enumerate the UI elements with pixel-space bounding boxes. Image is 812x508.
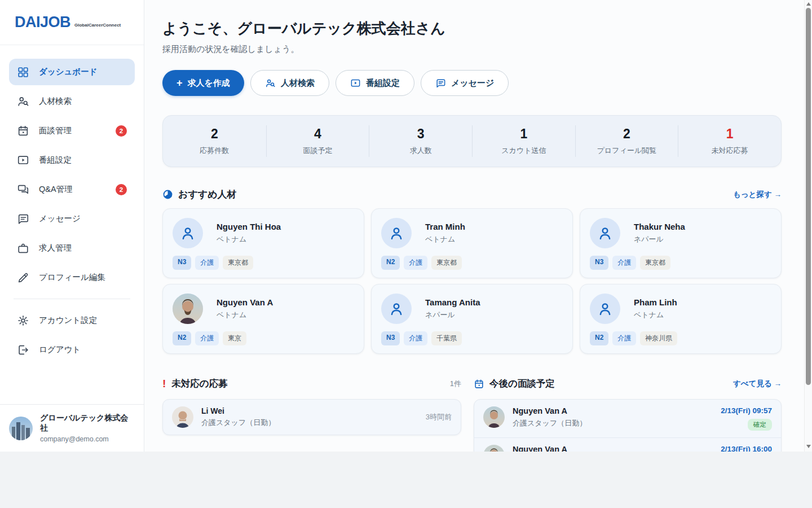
target-icon	[162, 189, 173, 200]
sidebar-item-profile-edit[interactable]: プロフィール編集	[9, 264, 135, 291]
sidebar-menu: ダッシュボード 人材検索 面談管理 2 番組設定 Q&A管理 2	[0, 45, 144, 366]
stat-unanswered-applications: 1 未対応応募	[678, 125, 781, 157]
job-field-tag: 介護	[404, 256, 427, 270]
video-play-icon	[17, 154, 29, 167]
city-photo-avatar	[9, 417, 33, 440]
applicant-role: 介護スタッフ（日勤）	[201, 418, 275, 428]
chat-bubbles-icon	[17, 183, 29, 196]
talent-card[interactable]: Nguyen Thi Hoa ベトナム N3 介護 東京都	[162, 208, 364, 278]
notification-badge: 2	[116, 184, 127, 195]
talent-search-button[interactable]: 人材検索	[250, 70, 329, 96]
talent-card[interactable]: Tran Minh ベトナム N2 介護 東京都	[371, 208, 573, 278]
sidebar-item-label: メッセージ	[39, 213, 81, 224]
page-title: ようこそ、グローバルテック株式会社さん	[162, 19, 782, 38]
quick-actions: + 求人を作成 人材検索 番組設定 メッセージ	[162, 70, 782, 96]
person-placeholder-avatar	[173, 218, 203, 248]
location-tag: 東京都	[431, 256, 462, 270]
talent-card[interactable]: Tamang Anita ネパール N3 介護 千葉県	[371, 284, 573, 354]
talent-name: Nguyen Van A	[217, 297, 273, 307]
company-avatar	[9, 417, 33, 440]
person-search-icon	[265, 78, 276, 89]
stat-applications: 2 応募件数	[163, 125, 266, 157]
talent-name: Tran Minh	[425, 222, 465, 231]
talent-card[interactable]: Pham Linh ベトナム N2 介護 神奈川県	[580, 284, 782, 354]
person-placeholder-avatar	[590, 218, 620, 248]
brand-logo: DAIJOB GlobalCareerConnect	[0, 0, 144, 45]
messages-button[interactable]: メッセージ	[421, 70, 509, 96]
sidebar-item-dashboard[interactable]: ダッシュボード	[9, 59, 135, 85]
person-placeholder-avatar	[590, 294, 620, 324]
sidebar-item-account-settings[interactable]: アカウント設定	[9, 307, 135, 334]
job-field-tag: 介護	[612, 331, 636, 345]
letterbox-area	[0, 452, 812, 508]
jlpt-level-tag: N2	[590, 331, 608, 345]
sidebar-item-qa-management[interactable]: Q&A管理 2	[9, 176, 135, 203]
job-field-tag: 介護	[612, 256, 636, 270]
candidate-name: Nguyen Van A	[513, 406, 586, 415]
upcoming-interviews-section: 今後の面談予定 すべて見る →	[474, 378, 782, 452]
stat-scouts-sent: 1 スカウト送信	[472, 125, 575, 157]
sidebar-item-messages[interactable]: メッセージ	[9, 205, 135, 232]
sidebar-item-label: プロフィール編集	[39, 272, 105, 283]
location-tag: 東京都	[223, 256, 253, 270]
interview-row[interactable]: Nguyen Van A 介護スタッフ（日勤） 2/13(Fri) 09:57 …	[474, 400, 781, 437]
location-tag: 東京	[223, 331, 246, 345]
interviews-panel: Nguyen Van A 介護スタッフ（日勤） 2/13(Fri) 09:57 …	[474, 399, 782, 452]
sidebar-item-label: アカウント設定	[39, 315, 97, 326]
interview-row[interactable]: Nguyen Van A 一般面談 2/13(Fri) 16:00 調整中	[474, 437, 781, 452]
talent-photo-avatar	[173, 294, 203, 324]
sidebar-item-program-settings[interactable]: 番組設定	[9, 147, 135, 173]
scroll-down-arrow[interactable]	[806, 445, 811, 448]
sidebar-item-label: 人材検索	[39, 96, 72, 107]
stats-bar: 2 応募件数 4 面談予定 3 求人数 1 スカウト送信 2 プロフィール閲覧 …	[162, 115, 782, 167]
person-placeholder-avatar	[381, 218, 412, 248]
see-all-link[interactable]: すべて見る →	[733, 379, 782, 389]
sidebar-item-interview-management[interactable]: 面談管理 2	[9, 117, 135, 144]
main-content: ようこそ、グローバルテック株式会社さん 採用活動の状況を確認しましょう。 + 求…	[144, 0, 812, 452]
exclamation-icon: !	[162, 378, 166, 390]
program-settings-button[interactable]: 番組設定	[336, 70, 414, 96]
location-tag: 千葉県	[431, 331, 462, 345]
talent-country: ベトナム	[217, 310, 273, 320]
location-tag: 東京都	[640, 256, 670, 270]
job-field-tag: 介護	[195, 256, 219, 270]
scroll-up-arrow[interactable]	[806, 2, 811, 6]
sidebar-item-logout[interactable]: ログアウト	[9, 336, 135, 363]
scrollbar-thumb[interactable]	[806, 8, 811, 385]
status-badge: 確定	[748, 419, 772, 431]
section-title: 未対応の応募	[171, 378, 227, 390]
calendar-icon	[474, 379, 484, 389]
pending-application-row[interactable]: Li Wei 介護スタッフ（日勤） 3時間前	[162, 399, 461, 435]
person-placeholder-avatar	[381, 294, 412, 324]
company-email: company@demo.com	[40, 435, 135, 443]
sidebar-item-label: 求人管理	[39, 243, 72, 253]
create-job-button[interactable]: + 求人を作成	[162, 70, 244, 96]
sidebar-item-talent-search[interactable]: 人材検索	[9, 88, 135, 115]
talent-card[interactable]: Nguyen Van A ベトナム N2 介護 東京	[162, 284, 364, 354]
section-title: おすすめ人材	[178, 188, 237, 201]
logo-wordmark: DAIJOB	[15, 14, 70, 31]
talent-cards-grid: Nguyen Thi Hoa ベトナム N3 介護 東京都 Tran Min	[162, 208, 782, 354]
section-title: 今後の面談予定	[489, 378, 555, 390]
sidebar-item-label: ダッシュボード	[39, 67, 98, 77]
sidebar-item-label: Q&A管理	[39, 184, 73, 195]
job-field-tag: 介護	[404, 331, 427, 345]
find-more-link[interactable]: もっと探す →	[733, 190, 782, 200]
dashboard-grid-icon	[17, 66, 29, 78]
recommended-section-header: おすすめ人材 もっと探す →	[162, 188, 782, 201]
page-subtitle: 採用活動の状況を確認しましょう。	[162, 44, 782, 55]
applicant-name: Li Wei	[201, 406, 275, 415]
pencil-icon	[17, 271, 29, 284]
talent-name: Thakur Neha	[634, 222, 685, 231]
jlpt-level-tag: N2	[173, 331, 191, 345]
vertical-scrollbar	[804, 0, 812, 452]
sidebar-item-label: 番組設定	[39, 155, 72, 165]
company-account[interactable]: グローバルテック株式会社 company@demo.com	[0, 404, 144, 452]
talent-card[interactable]: Thakur Neha ネパール N3 介護 東京都	[580, 208, 782, 278]
jlpt-level-tag: N3	[381, 331, 400, 345]
sidebar-item-job-management[interactable]: 求人管理	[9, 235, 135, 261]
pending-header: ! 未対応の応募 1件	[162, 378, 461, 390]
notification-badge: 2	[116, 125, 127, 137]
jlpt-level-tag: N3	[173, 256, 191, 270]
application-time: 3時間前	[426, 412, 452, 422]
